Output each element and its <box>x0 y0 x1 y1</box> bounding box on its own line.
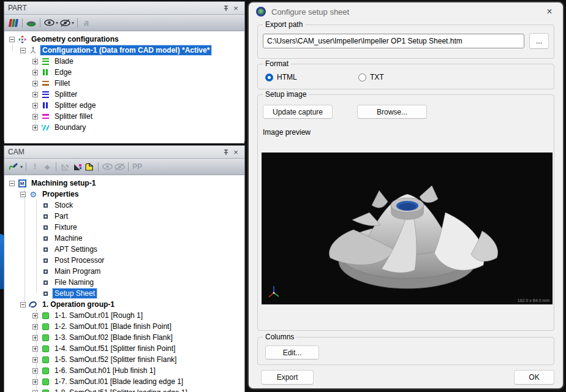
expand-toggle[interactable] <box>32 313 38 318</box>
expand-toggle[interactable] <box>32 390 38 392</box>
radio-selected-icon[interactable] <box>265 74 273 81</box>
toolbar-separator <box>128 162 129 172</box>
show-disabled-icon[interactable] <box>102 160 113 173</box>
toolbar-separator <box>40 18 40 28</box>
expand-toggle[interactable] <box>32 103 38 108</box>
export-path-input[interactable] <box>263 34 524 48</box>
edit-columns-button[interactable]: Edit... <box>265 345 319 360</box>
hide-disabled-icon[interactable] <box>114 160 125 173</box>
expand-toggle[interactable] <box>32 324 38 330</box>
tree-item-boundary[interactable]: Boundary <box>4 122 244 133</box>
tree-item-splitter-fillet[interactable]: Splitter fillet <box>4 111 244 122</box>
expand-toggle[interactable] <box>32 368 38 374</box>
collapse-toggle[interactable] <box>9 181 15 186</box>
operation-group-folder-icon[interactable] <box>84 160 95 173</box>
tree-item-splitter-edge[interactable]: Splitter edge <box>4 100 244 111</box>
expand-toggle[interactable] <box>32 81 38 86</box>
tree-item-setup-sheet[interactable]: Setup Sheet <box>4 288 244 299</box>
collapse-toggle[interactable] <box>20 192 26 197</box>
collapse-toggle[interactable] <box>20 48 26 53</box>
tree-item-properties[interactable]: ⚙ Properties <box>4 189 244 200</box>
tree-item-operation-1-3[interactable]: 1-3. SamOut.f02 [Blade finish Flank] <box>4 332 244 343</box>
format-radio-txt[interactable]: TXT <box>358 73 451 81</box>
axis-triad-icon <box>266 284 281 301</box>
update-capture-button[interactable]: Update capture <box>263 105 333 119</box>
configurations-book-icon[interactable] <box>8 17 19 29</box>
operation-icon <box>41 377 50 386</box>
tree-item-operation-1-1[interactable]: 1-1. SamOut.r01 [Rough 1] <box>4 310 244 321</box>
operation-icon <box>41 388 50 392</box>
expand-toggle[interactable] <box>32 357 38 363</box>
close-icon[interactable]: × <box>231 147 241 157</box>
tree-item-operation-1-6[interactable]: 1-6. SamOut.h01 [Hub finish 1] <box>4 365 244 376</box>
annotation-icon[interactable]: a <box>81 17 92 29</box>
expand-toggle[interactable] <box>32 379 38 385</box>
browse-image-button[interactable]: Browse... <box>357 105 427 119</box>
tree-item-main-program[interactable]: Main Program <box>4 266 244 277</box>
tree-item-operation-1-5[interactable]: 1-5. SamOut.f52 [Splitter finish Flank] <box>4 354 244 365</box>
format-radio-html[interactable]: HTML <box>265 73 358 81</box>
browse-path-button[interactable]: ... <box>529 33 549 49</box>
part-panel-title: PART <box>8 4 221 12</box>
expand-toggle[interactable] <box>32 92 38 97</box>
pin-icon[interactable] <box>221 3 231 13</box>
new-operation-caret-icon[interactable]: ▾ <box>20 164 23 170</box>
property-bullet-icon <box>41 267 50 276</box>
tree-item-file-naming[interactable]: File Naming <box>4 277 244 288</box>
stop-icon[interactable]: ! <box>29 160 40 173</box>
tree-item-operation-group-1[interactable]: 1. Operation group-1 <box>4 299 244 310</box>
tree-item-apt-settings[interactable]: APT Settings <box>4 244 244 255</box>
tree-item-operation-1-7[interactable]: 1-7. SamOut.l01 [Blade leading edge 1] <box>4 376 244 387</box>
tree-item-configuration-1[interactable]: Configuration-1 (Data from CAD model) *A… <box>4 45 244 56</box>
tree-item-stock[interactable]: Stock <box>4 200 244 211</box>
tree-item-operation-1-8[interactable]: 1-8. SamOut.l51 [Splitter leading edge 1… <box>4 387 244 392</box>
impeller-display-icon[interactable] <box>26 17 37 29</box>
operation-icon <box>41 311 50 320</box>
tree-item-operation-1-4[interactable]: 1-4. SamOut.f51 [Splitter finish Point] <box>4 343 244 354</box>
radio-unselected-icon[interactable] <box>358 74 366 81</box>
diamond-icon[interactable]: ◆ <box>42 160 53 173</box>
expand-toggle[interactable] <box>32 335 38 341</box>
show-entities-icon[interactable] <box>43 17 55 29</box>
ok-button[interactable]: OK <box>514 370 554 385</box>
tree-item-machine[interactable]: Machine <box>4 233 244 244</box>
tree-item-post-processor[interactable]: Post Processor <box>4 255 244 266</box>
new-operation-icon[interactable] <box>8 160 19 173</box>
expand-toggle[interactable] <box>32 114 38 119</box>
edit-operation-icon[interactable] <box>72 160 83 173</box>
tree-item-edge[interactable]: Edge <box>4 67 244 78</box>
hide-entities-icon[interactable] <box>59 17 70 29</box>
show-entities-caret-icon[interactable]: ▾ <box>56 20 58 26</box>
tree-item-blade[interactable]: Blade <box>4 56 244 67</box>
tree-item-operation-1-2[interactable]: 1-2. SamOut.f01 [Blade finish Point] <box>4 321 244 332</box>
post-processor-icon[interactable]: PP <box>132 160 143 173</box>
tree-guide <box>25 189 25 304</box>
expand-toggle[interactable] <box>32 125 38 130</box>
close-icon[interactable]: × <box>543 6 556 17</box>
collapse-toggle[interactable] <box>20 302 26 307</box>
tree-item-fillet[interactable]: Fillet <box>4 78 244 89</box>
hide-entities-caret-icon[interactable]: ▾ <box>72 20 74 26</box>
tree-item-geometry-configurations[interactable]: Geometry configurations <box>4 34 244 45</box>
columns-group: Columns Edit... <box>257 337 554 365</box>
expand-toggle[interactable] <box>32 346 38 352</box>
close-icon[interactable]: × <box>231 3 241 13</box>
dialog-title: Configure setup sheet <box>271 7 349 17</box>
tree-item-machining-setup-1[interactable]: M Machining setup-1 <box>4 178 244 189</box>
tree-item-fixture[interactable]: Fixture <box>4 222 244 233</box>
export-button[interactable]: Export <box>261 370 314 385</box>
collapse-toggle[interactable] <box>9 37 15 42</box>
pin-icon[interactable] <box>221 147 231 157</box>
image-preview-label: Image preview <box>263 128 311 137</box>
tree-item-splitter[interactable]: Splitter <box>4 89 244 100</box>
operation-icon <box>41 322 50 331</box>
dialog-titlebar: Configure setup sheet × <box>249 2 563 21</box>
pick-arrow-disabled-icon[interactable] <box>59 160 70 173</box>
property-bullet-icon <box>41 234 50 243</box>
expand-toggle[interactable] <box>32 59 38 64</box>
cam-toolbar: ▾ ! ◆ PP <box>4 159 244 175</box>
machining-setup-icon: M <box>18 179 26 187</box>
expand-toggle[interactable] <box>32 70 38 75</box>
tree-item-part[interactable]: Part <box>4 211 244 222</box>
export-path-group: Export path ... <box>257 24 554 59</box>
